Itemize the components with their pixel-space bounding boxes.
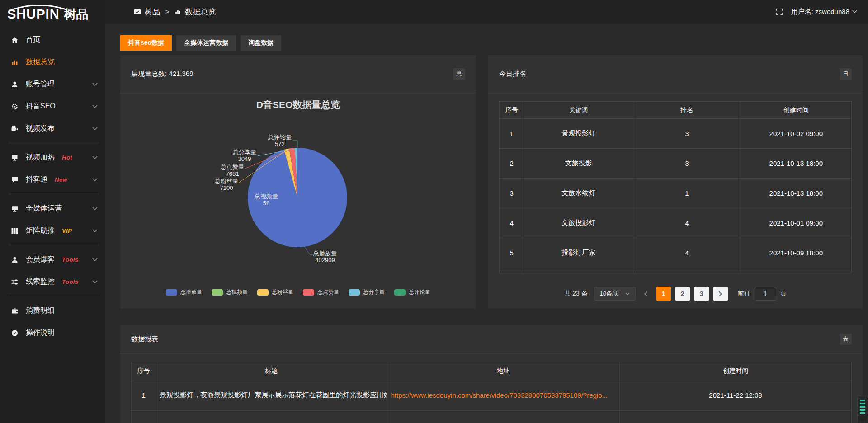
ranking-panel-header: 今日排名 日 <box>488 55 863 93</box>
report-url-cell: https://www.iesdouyin.com/share/video/70… <box>387 380 620 411</box>
page-size-value: 10条/页 <box>600 290 620 298</box>
logo-text-cn: 树品 <box>64 9 89 21</box>
sidebar-item-clue-monitor[interactable]: 线索监控Tools <box>0 271 105 293</box>
chevron-down-icon <box>92 83 98 86</box>
legend-item-1[interactable]: 总播放量 <box>166 288 202 296</box>
ranking-column-header: 序号 <box>500 102 524 119</box>
prev-page-button[interactable] <box>640 287 652 301</box>
pagination-pages: 123 <box>656 287 709 301</box>
table-cell: 3 <box>633 149 741 179</box>
legend-label: 总点赞量 <box>317 288 339 296</box>
ranking-table: 序号关键词排名创建时间 1景观投影灯32021-10-02 09:002文旅投影… <box>499 101 852 273</box>
report-panel-header: 数据报表 表 <box>120 325 863 353</box>
table-cell: 2021-10-13 18:00 <box>741 149 851 179</box>
sidebar-item-label: 会员爆客 <box>26 255 55 264</box>
report-column-header: 标题 <box>156 362 387 380</box>
tab-2[interactable]: 全媒体运营数据 <box>176 35 236 51</box>
chevron-down-icon <box>625 292 630 296</box>
sidebar-item-home[interactable]: 首页 <box>0 29 105 51</box>
page-button-1[interactable]: 1 <box>656 287 671 301</box>
grid-icon <box>11 227 19 235</box>
legend-item-4[interactable]: 总点赞量 <box>303 288 339 296</box>
legend-item-2[interactable]: 总视频量 <box>212 288 248 296</box>
breadcrumb-separator: > <box>165 8 169 15</box>
ranking-table-header: 序号关键词排名创建时间 <box>500 102 852 119</box>
table-cell <box>620 411 852 423</box>
page-button-2[interactable]: 2 <box>675 287 690 301</box>
sidebar-item-douyin-seo[interactable]: 抖音SEO <box>0 95 105 118</box>
table-badge-button[interactable]: 表 <box>840 334 852 345</box>
table-cell <box>387 411 620 423</box>
table-cell: 2021-10-02 09:00 <box>741 119 851 149</box>
svg-text:?: ? <box>14 330 16 335</box>
overview-panel-header: 展现量总数: 421,369 总 <box>120 55 476 93</box>
breadcrumb-item-shupin[interactable]: 树品 <box>134 7 160 17</box>
sidebar-item-media-ops[interactable]: 全媒体运营 <box>0 197 105 220</box>
fullscreen-icon <box>776 8 783 15</box>
sidebar-item-video-heat[interactable]: 视频加热Hot <box>0 146 105 169</box>
sidebar-divider <box>8 245 99 245</box>
tab-3[interactable]: 询盘数据 <box>241 35 281 51</box>
breadcrumb-label: 数据总览 <box>185 7 216 17</box>
chart-legend: 总播放量总视频量总粉丝量总点赞量总分享量总评论量 <box>120 288 476 296</box>
sidebar-divider <box>8 194 99 194</box>
home-icon <box>11 36 19 44</box>
sidebar-item-label: 抖客通 <box>26 175 47 184</box>
page-button-3[interactable]: 3 <box>694 287 709 301</box>
chevron-down-icon <box>92 207 98 211</box>
sidebar-item-account[interactable]: 账号管理 <box>0 73 105 95</box>
sidebar-item-matrix-boost[interactable]: 矩阵助推VIP <box>0 220 105 242</box>
floating-widget[interactable] <box>857 396 868 423</box>
legend-item-6[interactable]: 总评论量 <box>394 288 430 296</box>
pie-label-likes: 总点赞量7681 <box>221 164 244 177</box>
goto-page-input[interactable] <box>755 287 776 301</box>
chevron-right-icon <box>718 291 722 297</box>
impressions-total-label: 展现量总数: 421,369 <box>131 70 193 78</box>
chevron-down-icon <box>92 229 98 233</box>
sidebar-item-video-publish[interactable]: 视频发布 <box>0 118 105 140</box>
sidebar-item-label: 矩阵助推 <box>26 226 55 235</box>
legend-item-5[interactable]: 总分享量 <box>349 288 385 296</box>
ranking-column-header: 排名 <box>633 102 741 119</box>
sidebar-divider <box>8 296 99 296</box>
day-badge-button[interactable]: 日 <box>840 68 852 80</box>
brand-logo[interactable]: SHUPIN 树品 <box>0 0 105 24</box>
total-badge-button[interactable]: 总 <box>453 68 465 80</box>
next-page-button[interactable] <box>713 287 728 301</box>
sidebar-item-label: 线索监控 <box>26 277 55 287</box>
breadcrumb-item-overview[interactable]: 数据总览 <box>175 7 216 17</box>
table-cell: 文旅投影 <box>524 149 633 179</box>
page-size-select[interactable]: 10条/页 <box>594 287 636 301</box>
tab-1[interactable]: 抖音seo数据 <box>120 35 172 51</box>
ranking-column-header: 创建时间 <box>741 102 851 119</box>
legend-item-3[interactable]: 总粉丝量 <box>257 288 293 296</box>
overview-panel: 展现量总数: 421,369 总 D音SEO数据量总览 <box>120 55 476 309</box>
legend-swatch <box>303 289 314 296</box>
goto-label: 前往 <box>738 290 750 298</box>
content: 抖音seo数据全媒体运营数据询盘数据 展现量总数: 421,369 总 D音SE… <box>105 24 868 423</box>
fullscreen-button[interactable] <box>776 8 783 15</box>
user-menu[interactable]: 用户名: zswodun88 <box>791 8 857 16</box>
chevron-down-icon <box>92 280 98 284</box>
chevron-down-icon <box>92 105 98 108</box>
sidebar-item-member-burst[interactable]: 会员爆客Tools <box>0 249 105 271</box>
sidebar-item-expense[interactable]: 消费明细 <box>0 300 105 322</box>
table-cell <box>741 268 851 273</box>
main-area: 树品 > 数据总览 <box>105 0 868 423</box>
sidebar-item-overview[interactable]: 数据总览 <box>0 51 105 73</box>
legend-swatch <box>257 289 269 296</box>
username-label: 用户名: zswodun88 <box>791 8 849 16</box>
table-cell: 4 <box>500 208 524 238</box>
table-row-stub <box>500 268 852 273</box>
pie-label-comments: 总评论量572 <box>268 134 292 147</box>
sidebar-item-label: 视频加热 <box>26 153 55 162</box>
topbar-right: 用户名: zswodun88 <box>776 8 857 16</box>
report-title: 数据报表 <box>131 335 158 343</box>
sidebar-item-doukentong[interactable]: 抖客通New <box>0 169 105 191</box>
ranking-title: 今日排名 <box>499 70 526 78</box>
sidebar-item-label: 数据总览 <box>26 57 55 67</box>
report-link[interactable]: https://www.iesdouyin.com/share/video/70… <box>391 391 608 399</box>
sidebar-item-help[interactable]: ?操作说明 <box>0 322 105 344</box>
sidebar-item-label: 视频发布 <box>26 124 55 133</box>
table-cell: 1 <box>132 380 156 411</box>
